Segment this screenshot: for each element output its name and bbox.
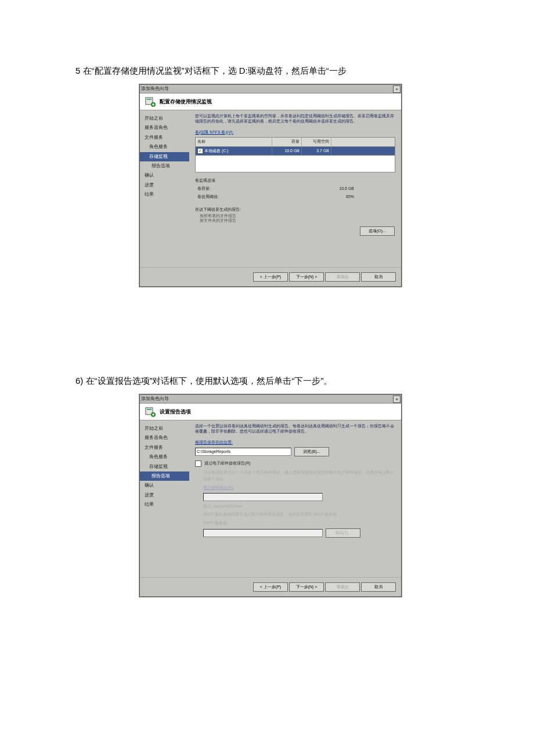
smtp-note: SMTP 服务器必须用于通过电子邮件发送报告。选择要使用的 SMTP 服务器。: [203, 511, 395, 518]
next-button[interactable]: 下一步(N) >: [289, 582, 324, 592]
pair-threshold: 卷使用阈值: 85%: [195, 193, 356, 201]
sidebar-item-before[interactable]: 开始之前: [140, 424, 189, 433]
dialog-title-text: 添加角色向导: [141, 395, 169, 403]
cancel-button[interactable]: 取消: [361, 272, 396, 282]
sidebar-item-storage-monitoring[interactable]: 存储监视: [140, 152, 189, 161]
close-icon[interactable]: ×: [393, 395, 400, 403]
dialog-banner: 设置报告选项: [140, 404, 401, 420]
sidebar-item-role-services[interactable]: 角色服务: [140, 452, 189, 462]
sidebar-item-server-roles[interactable]: 服务器角色: [140, 433, 189, 442]
pair-capacity-value: 10.0 GB: [339, 185, 354, 193]
sidebar-item-file-services[interactable]: 文件服务: [140, 443, 189, 452]
save-location-label: 将报告保存在此位置:: [195, 439, 395, 447]
email-label: 电子邮件地址(E):: [203, 484, 395, 492]
email-checkbox[interactable]: [195, 460, 201, 467]
dialog-content: 您可以监视此计算机上每个要监视卷的空间量，并在卷达到指定使用阈值时生成存储报告。…: [189, 110, 401, 267]
pair-threshold-value: 85%: [346, 193, 354, 201]
caption-step6: 6) 在“设置报告选项”对话框下，使用默认选项，然后单击“下一步”。: [75, 373, 459, 388]
dialog-banner: 配置存储使用情况监视: [140, 93, 401, 110]
email-format-hint: 格式: account@domain: [203, 503, 395, 510]
dialog-content: 选择一个位置以保存卷到达其使用阈值时生成的报告。每卷达到达其使用阈值时只生成一个…: [189, 420, 401, 577]
banner-title: 配置存储使用情况监视: [160, 97, 212, 106]
pair-capacity: 卷容量: 10.0 GB: [195, 185, 356, 193]
email-field: [203, 493, 323, 501]
col-name: 名称: [196, 138, 272, 146]
smtp-label: SMTP 服务器:: [203, 520, 395, 527]
banner-title: 设置报告选项: [160, 407, 191, 416]
dialog-footer: < 上一步(P) 下一步(N) > 安装(I) 取消: [140, 267, 401, 286]
volumes-list-empty: [195, 156, 395, 172]
wizard-sidebar: 开始之前 服务器角色 文件服务 角色服务 存储监视 报告选项 确认 进度 结果: [140, 110, 189, 267]
sidebar-item-result[interactable]: 结果: [140, 500, 189, 509]
sidebar-item-server-roles[interactable]: 服务器角色: [140, 123, 189, 132]
dialog-storage-monitoring: 添加角色向导 × 配置存储使用情况监视 开始之前 服务器角色 文件服务 角色服务…: [139, 84, 402, 287]
caption-step5: 5 在“配置存储使用情况监视”对话框下，选 D:驱动盘符，然后单击“一步: [75, 63, 459, 78]
dialog-title-text: 添加角色向导: [141, 85, 169, 93]
checkbox-icon[interactable]: ✓: [197, 148, 203, 154]
sidebar-item-confirm[interactable]: 确认: [140, 171, 189, 180]
dialog-titlebar: 添加角色向导 ×: [140, 85, 401, 93]
col-free: 可用空间: [302, 138, 331, 146]
monitor-options-title: 卷监视选项: [195, 177, 395, 185]
sidebar-item-storage-monitoring[interactable]: 存储监视: [140, 462, 189, 471]
description-text: 您可以监视此计算机上每个要监视卷的空间量，并在卷达到指定使用阈值时生成存储报告。…: [195, 114, 395, 124]
server-icon: [145, 406, 156, 417]
browse-button[interactable]: 浏览(B)...: [294, 447, 329, 456]
email-checkbox-label: 通过电子邮件接收报告(R): [204, 461, 251, 465]
sidebar-item-progress[interactable]: 进度: [140, 491, 189, 500]
save-path-field[interactable]: C:\StorageReports: [195, 448, 291, 456]
server-icon: [145, 96, 156, 107]
sidebar-item-confirm[interactable]: 确认: [140, 481, 189, 490]
volume-name: 本地磁盘 (C:): [204, 149, 229, 153]
description-text: 选择一个位置以保存卷到达其使用阈值时生成的报告。每卷达到达其使用阈值时只生成一个…: [195, 424, 395, 434]
test-button: 测试(T)...: [326, 528, 360, 538]
sidebar-item-progress[interactable]: 进度: [140, 181, 189, 190]
cancel-button[interactable]: 取消: [361, 582, 396, 592]
volume-free: 3.7 GB: [302, 147, 331, 156]
install-button: 安装(I): [325, 272, 360, 282]
close-icon[interactable]: ×: [393, 85, 400, 93]
svg-rect-1: [147, 99, 151, 100]
smtp-field: [203, 529, 323, 537]
sidebar-item-result[interactable]: 结果: [140, 190, 189, 199]
col-capacity: 容量: [272, 138, 302, 146]
prev-button[interactable]: < 上一步(P): [253, 582, 288, 592]
next-button[interactable]: 下一步(N) >: [289, 272, 324, 282]
reports-line: 在达下阈值要生成的报告:: [195, 206, 395, 214]
sidebar-item-before[interactable]: 开始之前: [140, 114, 189, 123]
svg-rect-4: [147, 409, 151, 410]
volume-row-c[interactable]: ✓本地磁盘 (C:) 10.0 GB 3.7 GB: [195, 147, 395, 156]
wizard-sidebar: 开始之前 服务器角色 文件服务 角色服务 存储监视 报告选项 确认 进度 结果: [140, 420, 189, 577]
sidebar-item-report-options[interactable]: 报告选项: [140, 161, 189, 171]
sidebar-item-role-services[interactable]: 角色服务: [140, 142, 189, 152]
report-line-1: 按所有者的文件报告: [195, 214, 395, 218]
volume-capacity: 10.0 GB: [272, 147, 302, 156]
report-line-2: 按文件夹的文件报告: [195, 218, 395, 223]
dialog-report-options: 添加角色向导 × 设置报告选项 开始之前 服务器角色 文件服务 角色服务 存储监…: [139, 394, 402, 597]
volumes-label: 卷(仅限 NTFS 卷)(V):: [195, 129, 395, 136]
pair-capacity-label: 卷容量:: [197, 185, 211, 193]
email-note: 可以将报告发送到一个或多个电子邮件地址。键入您希望接收此报告的每个电子邮件地址，…: [203, 469, 395, 483]
pair-threshold-label: 卷使用阈值:: [197, 193, 219, 201]
volumes-header: 名称 容量 可用空间: [195, 137, 395, 147]
dialog-titlebar: 添加角色向导 ×: [140, 395, 401, 404]
options-button[interactable]: 选项(O)...: [360, 226, 395, 236]
dialog-footer: < 上一步(P) 下一步(N) > 安装(I) 取消: [140, 577, 401, 596]
install-button: 安装(I): [325, 582, 360, 592]
sidebar-item-file-services[interactable]: 文件服务: [140, 133, 189, 142]
sidebar-item-report-options[interactable]: 报告选项: [140, 471, 189, 481]
prev-button[interactable]: < 上一步(P): [253, 272, 288, 282]
